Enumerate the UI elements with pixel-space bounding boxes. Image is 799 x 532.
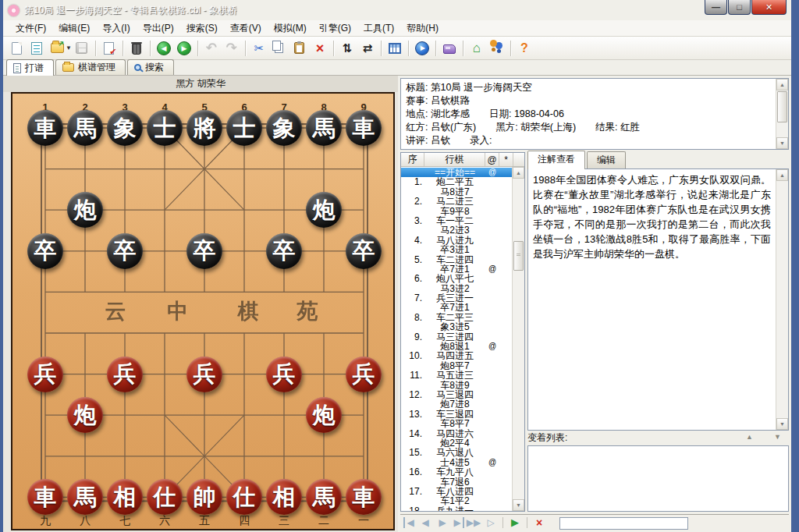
close-button[interactable]: ✕ [751, 0, 787, 15]
move-row[interactable]: 11.马五进三 [401, 371, 512, 380]
copy-icon[interactable] [270, 39, 289, 58]
nav-last-icon[interactable]: ▶ [452, 517, 464, 528]
nav-demo-icon[interactable]: ▷ [483, 517, 499, 528]
tab-棋谱管理[interactable]: 棋谱管理 [55, 59, 126, 75]
red-piece-車-9-9[interactable]: 車 [346, 479, 382, 515]
move-row[interactable]: 6.炮八平七 [401, 274, 512, 283]
move-row[interactable]: 炮7进8 [401, 399, 512, 409]
scroll-down-icon[interactable]: ▼ [776, 137, 788, 149]
black-piece-士-6-0[interactable]: 士 [226, 110, 262, 146]
commentary-tab-注解查看[interactable]: 注解查看 [527, 151, 585, 169]
tab-搜索[interactable]: 搜索 [127, 59, 174, 75]
red-piece-馬-2-9[interactable]: 馬 [67, 479, 103, 515]
cut-icon[interactable]: ✂ [250, 39, 268, 58]
red-piece-帥-5-9[interactable]: 帥 [186, 479, 222, 515]
new-document-icon[interactable] [7, 39, 26, 58]
black-piece-車-1-0[interactable]: 車 [27, 110, 63, 146]
black-piece-卒-1-3[interactable]: 卒 [27, 233, 63, 269]
nav-first-icon[interactable]: ◀ [403, 517, 416, 528]
commentary-scrollbar[interactable]: ▲ ▼ [776, 169, 788, 430]
menu-item-2[interactable]: 编辑(E) [52, 20, 96, 37]
help-icon[interactable]: ? [515, 39, 534, 58]
menu-item-5[interactable]: 搜索(S) [180, 20, 224, 37]
scroll-up-icon[interactable]: ▲ [513, 167, 524, 179]
black-piece-馬-2-0[interactable]: 馬 [67, 110, 103, 146]
variation-up-icon[interactable]: ▲ [746, 433, 753, 441]
move-row[interactable]: 卒7进1 [401, 303, 512, 312]
scroll-up-icon[interactable]: ▲ [776, 79, 788, 90]
move-row[interactable]: 15.马六退八 [401, 448, 512, 457]
back-green-icon[interactable]: ◀ [154, 39, 173, 58]
board-grid-icon[interactable] [385, 39, 404, 58]
red-piece-兵-7-6[interactable]: 兵 [266, 356, 302, 392]
red-piece-車-1-9[interactable]: 車 [27, 479, 63, 515]
menu-item-10[interactable]: 帮助(H) [400, 20, 445, 37]
red-piece-兵-1-6[interactable]: 兵 [27, 356, 63, 392]
black-piece-車-9-0[interactable]: 車 [346, 110, 382, 146]
play-variation-icon[interactable]: ▶ [507, 517, 523, 528]
game-list-icon[interactable] [27, 39, 46, 58]
black-piece-象-7-0[interactable]: 象 [266, 110, 302, 146]
move-row[interactable]: 象3进5 [401, 322, 512, 332]
open-dropdown-icon[interactable]: ▼ [66, 44, 72, 51]
move-row[interactable]: 10.马四进五 [401, 351, 512, 360]
undo-icon[interactable]: ↶ [202, 39, 221, 58]
playback-input[interactable] [559, 517, 688, 530]
move-row[interactable]: 车1平2 [401, 496, 512, 505]
red-piece-炮-8-7[interactable]: 炮 [306, 397, 342, 433]
maximize-button[interactable]: □ [728, 0, 751, 15]
nav-auto-icon[interactable]: ▶▶ [466, 517, 481, 528]
play-demo-icon[interactable]: ▶ [413, 39, 431, 58]
save-icon[interactable] [73, 39, 91, 58]
scroll-down-icon[interactable]: ▼ [776, 418, 788, 430]
menu-item-8[interactable]: 引擎(G) [313, 20, 357, 37]
black-piece-卒-7-3[interactable]: 卒 [266, 233, 302, 269]
xiangqi-board[interactable]: 123456789九八七六五四三二一云中棋苑車馬象士將士象馬車炮炮卒卒卒卒卒兵兵… [11, 92, 395, 530]
info-scrollbar[interactable]: ▲ ▼ [776, 79, 788, 149]
open-folder-icon[interactable] [48, 39, 66, 58]
move-list[interactable]: ==开始==@1.炮二平五马8进72.马二进三车9平83.车一平二马2进34.马… [401, 167, 512, 511]
trash-icon[interactable] [127, 39, 146, 58]
minimize-button[interactable]: — [705, 0, 727, 15]
move-row[interactable]: 卒3进1 [401, 245, 512, 254]
move-list-scrollbar[interactable]: ▲ ▼ [512, 167, 524, 511]
move-row[interactable]: 车8平7 [401, 419, 512, 428]
redo-icon[interactable]: ↷ [222, 39, 241, 58]
menu-item-3[interactable]: 导入(I) [96, 20, 136, 37]
red-piece-兵-5-6[interactable]: 兵 [186, 356, 222, 392]
red-piece-馬-8-9[interactable]: 馬 [306, 479, 342, 515]
flip-horizontal-icon[interactable]: ⇄ [358, 39, 377, 58]
tab-打谱[interactable]: 打谱 [6, 59, 54, 76]
paste-icon[interactable] [290, 39, 309, 58]
red-piece-相-7-9[interactable]: 相 [266, 479, 302, 515]
black-piece-卒-5-3[interactable]: 卒 [186, 233, 222, 269]
black-piece-卒-3-3[interactable]: 卒 [107, 233, 143, 269]
red-piece-兵-3-6[interactable]: 兵 [107, 356, 143, 392]
menu-item-1[interactable]: 文件(F) [9, 20, 52, 37]
menu-item-9[interactable]: 工具(T) [357, 20, 400, 37]
move-row[interactable]: 18.兵九进一 [401, 506, 512, 511]
black-piece-炮-8-2[interactable]: 炮 [306, 192, 342, 228]
users-icon[interactable] [488, 39, 506, 58]
black-piece-馬-8-0[interactable]: 馬 [306, 110, 342, 146]
move-row[interactable]: 2.马二进三 [401, 197, 512, 206]
move-row[interactable]: 1.炮二平五 [401, 177, 512, 186]
flip-vertical-icon[interactable]: ⇅ [338, 39, 357, 58]
red-piece-仕-4-9[interactable]: 仕 [147, 479, 183, 515]
edit-check-icon[interactable] [100, 39, 119, 58]
menu-item-4[interactable]: 导出(P) [137, 20, 180, 37]
red-piece-仕-6-9[interactable]: 仕 [226, 479, 262, 515]
delete-icon[interactable]: × [311, 39, 329, 58]
menu-item-7[interactable]: 模拟(M) [268, 20, 313, 37]
move-row[interactable]: 16.车九平八 [401, 467, 512, 477]
forward-green-icon[interactable]: ▶ [175, 39, 194, 58]
black-piece-象-3-0[interactable]: 象 [107, 110, 143, 146]
red-piece-相-3-9[interactable]: 相 [107, 479, 143, 515]
black-piece-卒-9-3[interactable]: 卒 [346, 233, 382, 269]
menu-item-6[interactable]: 查看(V) [224, 20, 268, 37]
move-row[interactable]: 马2进3 [401, 225, 512, 235]
black-piece-炮-2-2[interactable]: 炮 [67, 192, 103, 228]
variation-down-icon[interactable]: ▼ [774, 433, 781, 441]
engine-icon[interactable] [440, 39, 459, 58]
black-piece-士-4-0[interactable]: 士 [147, 110, 183, 146]
